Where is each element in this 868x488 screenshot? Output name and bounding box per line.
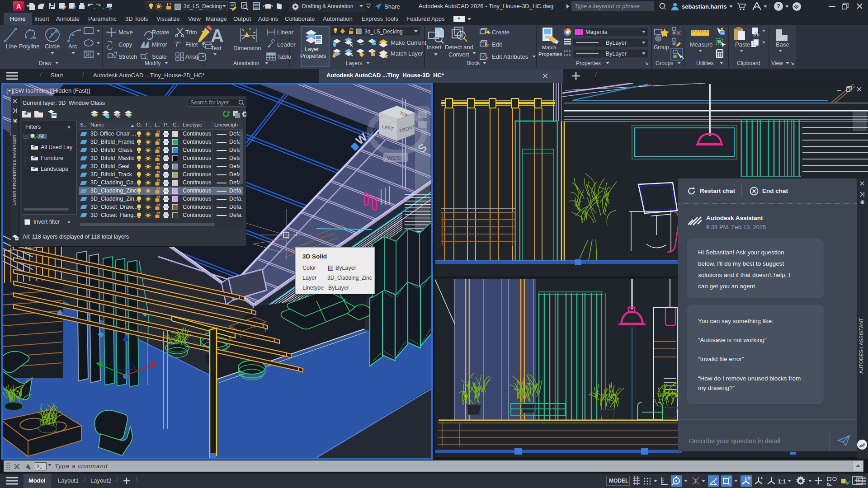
svg-text:Scale: Scale <box>152 53 167 60</box>
svg-text:Polyline: Polyline <box>19 43 40 50</box>
svg-text:Properties: Properties <box>300 53 326 59</box>
svg-text:Convert: Convert <box>448 51 469 58</box>
svg-text:View: View <box>771 60 783 66</box>
svg-text:All Used Lay: All Used Lay <box>41 144 73 150</box>
svg-text:Array: Array <box>185 53 200 60</box>
svg-text:Landscape: Landscape <box>41 166 68 172</box>
svg-text:Circle: Circle <box>45 43 60 50</box>
svg-text:Edit: Edit <box>492 41 502 48</box>
svg-text:Rotate: Rotate <box>152 29 169 36</box>
svg-text:Line: Line <box>6 43 17 50</box>
svg-text:Insert: Insert <box>427 44 442 51</box>
svg-text:Paste: Paste <box>735 41 750 48</box>
svg-text:Create: Create <box>492 29 509 36</box>
svg-text:Block: Block <box>467 60 480 66</box>
svg-text:Dimension: Dimension <box>233 45 261 52</box>
svg-text:Trim: Trim <box>185 29 197 36</box>
svg-text:Leader: Leader <box>277 41 296 48</box>
svg-text:Magenta: Magenta <box>585 29 608 35</box>
svg-text:Layers: Layers <box>346 60 362 66</box>
svg-text:Clipboard: Clipboard <box>737 60 760 66</box>
svg-text:Properties: Properties <box>576 60 601 66</box>
svg-text:Measure: Measure <box>690 41 713 48</box>
svg-text:Detect and: Detect and <box>445 44 473 51</box>
svg-text:3d_LS_Decking: 3d_LS_Decking <box>364 28 403 35</box>
svg-text:ByLayer: ByLayer <box>606 40 627 46</box>
svg-text:Furniture: Furniture <box>41 155 63 161</box>
svg-text:All: All <box>38 134 44 139</box>
svg-text:Stretch: Stretch <box>118 53 137 60</box>
svg-text:Annotation: Annotation <box>233 60 259 66</box>
svg-text:Move: Move <box>118 29 133 36</box>
svg-text:Arc: Arc <box>68 43 77 50</box>
svg-text:Base: Base <box>776 41 789 48</box>
svg-text:Properties: Properties <box>538 52 562 57</box>
svg-text:Edit Attributes: Edit Attributes <box>492 53 528 60</box>
svg-text:Group: Group <box>654 44 669 51</box>
svg-text:Groups: Groups <box>656 60 673 66</box>
svg-text:Copy: Copy <box>118 41 132 48</box>
svg-text:[+][SW Isometric][Hidden (Fast: [+][SW Isometric][Hidden (Fast)] <box>6 87 90 94</box>
svg-text:Layer: Layer <box>305 46 319 52</box>
svg-text:1:1: 1:1 <box>778 478 786 485</box>
svg-text:Fillet: Fillet <box>185 41 198 48</box>
svg-text:A: A <box>211 26 224 46</box>
svg-text:Modify: Modify <box>145 60 160 66</box>
svg-text:Match: Match <box>542 45 556 50</box>
svg-text:ByLayer: ByLayer <box>606 51 627 57</box>
svg-text:Table: Table <box>277 53 291 60</box>
svg-text:Linear: Linear <box>277 29 294 36</box>
svg-text:Draw: Draw <box>39 60 52 66</box>
svg-text:WCS: WCS <box>387 155 401 161</box>
svg-text:Mirror: Mirror <box>152 41 168 48</box>
svg-text:Text: Text <box>211 45 222 52</box>
svg-text:Make Current: Make Current <box>391 39 426 46</box>
svg-text:Utilities: Utilities <box>696 60 714 66</box>
svg-text:Match Layer: Match Layer <box>391 50 423 57</box>
